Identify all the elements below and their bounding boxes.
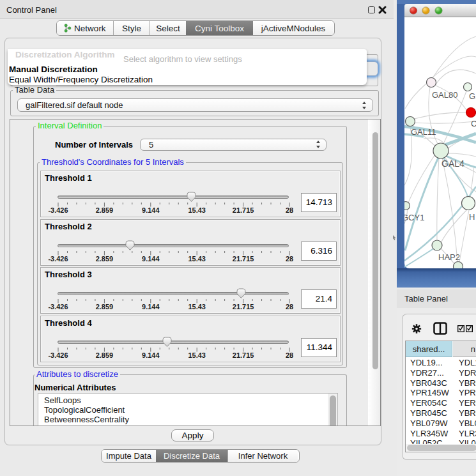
svg-text:GAL4: GAL4 <box>441 158 464 169</box>
svg-text:C: C <box>471 119 476 128</box>
svg-text:HAP2: HAP2 <box>438 252 460 262</box>
svg-text:H: H <box>469 212 475 222</box>
svg-text:GAL11: GAL11 <box>411 127 436 137</box>
svg-text:GAL80: GAL80 <box>432 90 457 100</box>
svg-text:G.: G. <box>469 91 476 101</box>
svg-text:GCY1: GCY1 <box>404 213 424 222</box>
